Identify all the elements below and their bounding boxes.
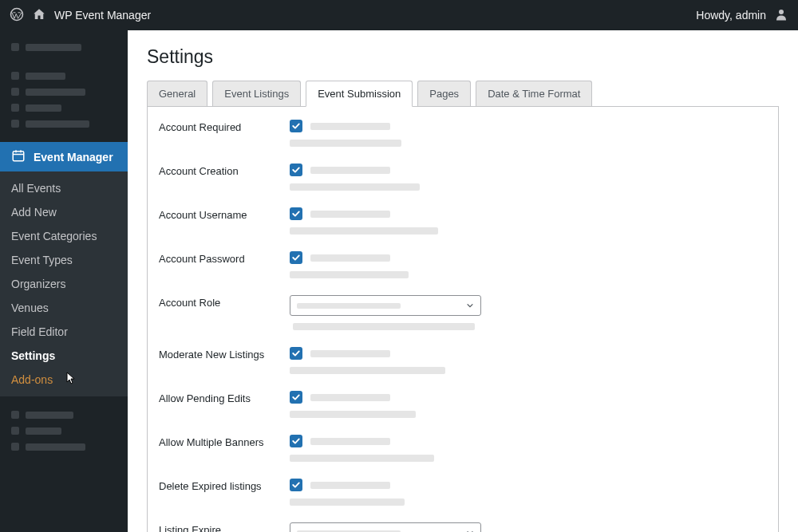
placeholder-desc — [290, 140, 401, 147]
placeholder-desc — [290, 411, 416, 418]
select-dropdown[interactable] — [290, 295, 481, 316]
chevron-down-icon — [466, 527, 474, 533]
home-icon[interactable] — [32, 7, 46, 24]
tab-event-listings[interactable]: Event Listings — [212, 81, 301, 106]
wordpress-icon[interactable] — [10, 7, 24, 24]
admin-sidebar: Event Manager All Events Add New Event C… — [0, 30, 128, 532]
placeholder-desc — [290, 499, 405, 506]
submenu-event-categories[interactable]: Event Categories — [0, 224, 128, 248]
settings-tabs: General Event Listings Event Submission … — [147, 81, 779, 107]
settings-form: Account RequiredAccount CreationAccount … — [147, 107, 779, 532]
submenu-settings[interactable]: Settings — [0, 344, 128, 368]
howdy-text[interactable]: Howdy, admin — [696, 9, 766, 22]
placeholder-desc — [290, 367, 445, 374]
tab-event-submission[interactable]: Event Submission — [306, 81, 413, 107]
placeholder-text — [310, 123, 390, 130]
field-label: Account Username — [159, 207, 290, 221]
main-content: Settings General Event Listings Event Su… — [128, 30, 798, 532]
field-row: Account Required — [159, 120, 767, 147]
field-row: Account Password — [159, 251, 767, 278]
field-label: Account Role — [159, 295, 290, 309]
checkbox[interactable] — [290, 207, 302, 220]
checkbox[interactable] — [290, 347, 302, 360]
submenu: All Events Add New Event Categories Even… — [0, 171, 128, 396]
field-label: Account Password — [159, 251, 290, 265]
field-row: Account Creation — [159, 164, 767, 191]
submenu-organizers[interactable]: Organizers — [0, 272, 128, 296]
checkbox[interactable] — [290, 251, 302, 264]
field-label: Moderate New Listings — [159, 347, 290, 361]
field-row: Account Username — [159, 207, 767, 234]
field-row: Allow Pending Edits — [159, 391, 767, 418]
tab-general[interactable]: General — [147, 81, 207, 106]
field-row: Moderate New Listings — [159, 347, 767, 374]
field-label: Listing Expire — [159, 522, 290, 532]
submenu-all-events[interactable]: All Events — [0, 176, 128, 200]
placeholder-desc — [290, 227, 438, 234]
field-label: Allow Pending Edits — [159, 391, 290, 404]
submenu-venues[interactable]: Venues — [0, 296, 128, 320]
checkbox[interactable] — [290, 391, 302, 404]
checkbox[interactable] — [290, 164, 302, 176]
placeholder-text — [310, 167, 390, 174]
submenu-add-new[interactable]: Add New — [0, 200, 128, 224]
tab-date-time-format[interactable]: Date & Time Format — [476, 81, 592, 106]
select-dropdown[interactable] — [290, 522, 481, 532]
placeholder-desc — [290, 183, 420, 191]
submenu-event-types[interactable]: Event Types — [0, 248, 128, 272]
field-label: Account Required — [159, 120, 290, 133]
placeholder-text — [310, 350, 390, 357]
placeholder-desc — [293, 323, 475, 330]
field-row: Delete Expired listings — [159, 479, 767, 506]
svg-rect-2 — [13, 152, 24, 161]
submenu-add-ons[interactable]: Add-ons — [0, 368, 128, 392]
placeholder-text — [310, 438, 390, 445]
placeholder-text — [297, 303, 401, 309]
menu-label: Event Manager — [34, 151, 113, 164]
field-row: Account Role — [159, 295, 767, 330]
placeholder-desc — [290, 271, 409, 278]
calendar-icon — [11, 148, 26, 165]
admin-bar: WP Event Manager Howdy, admin — [0, 0, 798, 30]
placeholder-desc — [290, 455, 434, 462]
menu-event-manager[interactable]: Event Manager — [0, 142, 128, 171]
placeholder-text — [310, 211, 390, 218]
chevron-down-icon — [466, 300, 474, 312]
placeholder-text — [310, 482, 390, 489]
field-row: Allow Multiple Banners — [159, 435, 767, 462]
field-label: Allow Multiple Banners — [159, 435, 290, 448]
user-icon[interactable] — [774, 7, 788, 24]
checkbox[interactable] — [290, 479, 302, 491]
page-title: Settings — [147, 46, 779, 68]
checkbox[interactable] — [290, 120, 302, 132]
field-label: Account Creation — [159, 164, 290, 177]
checkbox[interactable] — [290, 435, 302, 447]
svg-point-1 — [779, 10, 784, 14]
site-title[interactable]: WP Event Manager — [54, 9, 151, 22]
placeholder-text — [310, 254, 390, 262]
placeholder-text — [310, 394, 390, 401]
tab-pages[interactable]: Pages — [417, 81, 471, 106]
submenu-field-editor[interactable]: Field Editor — [0, 320, 128, 344]
field-label: Delete Expired listings — [159, 479, 290, 492]
field-row: Listing Expire — [159, 522, 767, 532]
